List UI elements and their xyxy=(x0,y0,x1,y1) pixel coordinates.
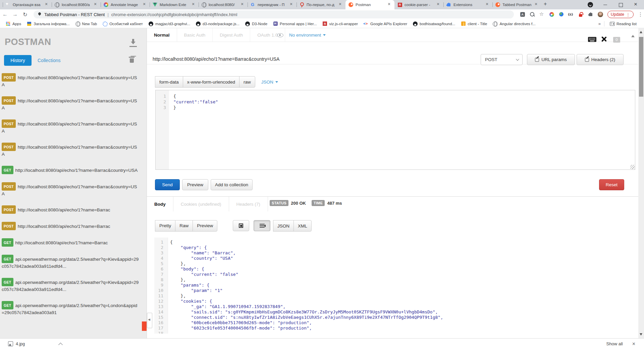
send-button[interactable]: Send xyxy=(155,179,180,190)
bookmark-item[interactable]: magjac/d3-graphvi... xyxy=(146,20,192,28)
bookmark-item[interactable]: D3-Node xyxy=(243,20,269,28)
environment-eye-icon[interactable] xyxy=(277,33,283,37)
method-select[interactable]: POST xyxy=(481,54,523,65)
history-item[interactable]: POSThttp://localhost:8080/api/echo/1?nam… xyxy=(2,182,140,197)
request-url-input[interactable]: http://localhost:8080/api/echo/1?name=Ba… xyxy=(153,56,475,62)
browser-tab[interactable]: Annotate Image xyxy=(101,0,150,9)
browser-tab[interactable]: переводчик - П xyxy=(248,0,297,9)
settings-tools-icon[interactable] xyxy=(600,36,607,43)
download-history-icon[interactable] xyxy=(129,39,137,47)
tab-close-icon[interactable] xyxy=(240,2,245,7)
bookmark-item[interactable]: viz.js-cli-wrapper xyxy=(320,20,360,28)
response-format-tab[interactable]: XML xyxy=(293,220,312,232)
auth-tab[interactable]: Digest Auth xyxy=(213,28,250,42)
translate-icon[interactable] xyxy=(520,12,525,17)
response-view-tab[interactable]: Preview xyxy=(193,220,217,232)
reload-icon[interactable]: ↻ xyxy=(20,11,30,18)
browser-tab[interactable]: cookie-parser - xyxy=(394,0,443,9)
reset-button[interactable]: Reset xyxy=(599,179,624,190)
sidebar-scrollbar-thumb[interactable] xyxy=(142,321,147,331)
history-item[interactable]: GETapi.openweathermap.org/data/2.5/weath… xyxy=(2,301,140,316)
browser-profile-circle-icon[interactable] xyxy=(588,2,593,7)
url-params-button[interactable]: URL params xyxy=(527,54,575,65)
response-tab[interactable]: Headers (7) xyxy=(229,197,268,211)
show-all-downloads-button[interactable]: Show all xyxy=(606,341,623,346)
browser-tab[interactable]: Markdown Exte xyxy=(150,0,199,9)
bookmark-item[interactable]: Apps xyxy=(3,20,23,28)
bookmark-item[interactable]: Google APIs Explorer xyxy=(361,20,409,28)
tab-close-icon[interactable] xyxy=(436,2,441,7)
color-wheel-extension-icon[interactable] xyxy=(549,12,554,17)
body-type-tab[interactable]: form-data xyxy=(155,76,183,88)
history-item[interactable]: POSThttp://localhost:8080/api/echo/1?nam… xyxy=(2,222,140,230)
profile-avatar[interactable] xyxy=(598,12,603,17)
browser-menu-icon[interactable]: ⋮ xyxy=(638,11,641,17)
reading-list-button[interactable]: Reading list xyxy=(608,20,639,28)
tab-close-icon[interactable] xyxy=(289,2,294,7)
tab-close-icon[interactable] xyxy=(142,2,147,7)
history-item[interactable]: POSThttp://localhost:8080/api/echo/1?nam… xyxy=(2,143,140,158)
forward-icon[interactable]: → xyxy=(10,11,20,17)
auth-tab[interactable]: Normal xyxy=(147,28,177,42)
tab-close-icon[interactable] xyxy=(93,2,98,7)
editor-resize-grip[interactable] xyxy=(630,165,635,169)
tab-close-icon[interactable] xyxy=(191,2,196,7)
body-type-tab[interactable]: raw xyxy=(239,76,255,88)
browser-tab[interactable]: localhost:8080/a xyxy=(52,0,101,9)
history-item[interactable]: POSThttp://localhost:8080/api/echo/1?nam… xyxy=(2,96,140,111)
tab-close-icon[interactable] xyxy=(387,2,392,7)
window-close-button[interactable] xyxy=(629,0,644,9)
scroll-left-arrow[interactable] xyxy=(147,313,152,328)
scrollbar-down-icon[interactable] xyxy=(640,333,642,336)
bookmark-item[interactable]: Особистий кабінет xyxy=(100,20,145,28)
history-item[interactable]: POSThttp://localhost:8080/api/echo/1?nam… xyxy=(2,73,140,88)
fullscreen-button[interactable] xyxy=(233,220,249,231)
back-icon[interactable]: ← xyxy=(0,11,10,17)
bookmarks-overflow-icon[interactable]: » xyxy=(598,21,601,26)
address-bar[interactable]: Tabbed Postman - REST Client | chrome-ex… xyxy=(34,10,514,18)
editor-scroll-up-icon[interactable] xyxy=(631,35,635,37)
extensions-puzzle-icon[interactable] xyxy=(588,12,593,17)
download-menu-chevron-icon[interactable] xyxy=(57,341,64,347)
line-wrap-button[interactable] xyxy=(254,220,270,231)
browser-tab[interactable]: localhost:8080/ xyxy=(199,0,248,9)
request-body-editor[interactable]: 1 { 2 "current":"false" 3 } xyxy=(155,90,635,170)
scrollbar-up-icon[interactable] xyxy=(640,31,642,33)
bookmark-item[interactable]: Angular directives f... xyxy=(490,20,537,28)
password-lock-extension-icon[interactable] xyxy=(578,12,584,17)
history-item[interactable]: GETapi.openweathermap.org/data/2.5/weath… xyxy=(2,278,140,293)
response-tab[interactable]: Cookies (undefined) xyxy=(173,197,229,211)
browser-tab[interactable]: Організація вза xyxy=(3,0,52,9)
preview-button[interactable]: Preview xyxy=(182,179,208,190)
history-item[interactable]: GEThttp://localhost:8080/api/echo/1?name… xyxy=(2,166,140,174)
clear-history-trash-icon[interactable] xyxy=(129,56,135,63)
browser-tab[interactable]: Extensions xyxy=(443,0,492,9)
response-view-tab[interactable]: Raw xyxy=(175,220,193,232)
tab-collections[interactable]: Collections xyxy=(38,58,60,63)
download-bar-close-icon[interactable]: × xyxy=(632,341,635,347)
environment-selector[interactable]: No environment xyxy=(289,33,326,38)
tab-close-icon[interactable] xyxy=(534,2,539,7)
history-item[interactable]: POSThttp://localhost:8080/api/echo/1?nam… xyxy=(2,119,140,135)
page-scrollbar[interactable] xyxy=(638,28,644,338)
bookmark-item[interactable]: d3-node/package.js... xyxy=(194,20,241,28)
bookmark-item[interactable]: Personal apps | Her... xyxy=(271,20,319,28)
browser-update-button[interactable]: Update ⋮ xyxy=(607,11,634,18)
response-tab[interactable]: Body xyxy=(147,197,173,211)
tab-history[interactable]: History xyxy=(4,55,32,66)
tab-close-icon[interactable] xyxy=(338,2,343,7)
auth-tab[interactable]: Basic Auth xyxy=(177,28,213,42)
bookmark-item[interactable]: Загальна інформа... xyxy=(24,20,71,28)
window-maximize-button[interactable] xyxy=(613,0,629,9)
bookmark-item[interactable]: bodhisatwag/found... xyxy=(411,20,457,28)
zoom-icon[interactable] xyxy=(530,12,535,17)
browser-tab[interactable]: По-перше, по-д xyxy=(297,0,345,9)
download-filename[interactable]: 4.jpg xyxy=(16,342,25,346)
window-minimize-button[interactable] xyxy=(598,0,613,9)
history-item[interactable]: GEThttp://localhost:8080/api/echo/1?name… xyxy=(2,238,140,247)
browser-tab[interactable]: Postman xyxy=(345,0,394,9)
history-item[interactable]: POSThttp://localhost:8080/api/echo/1?nam… xyxy=(2,205,140,214)
bookmark-item[interactable]: New Tab xyxy=(73,20,99,28)
tab-close-icon[interactable] xyxy=(485,2,490,7)
scrollbar-thumb[interactable] xyxy=(639,37,643,97)
